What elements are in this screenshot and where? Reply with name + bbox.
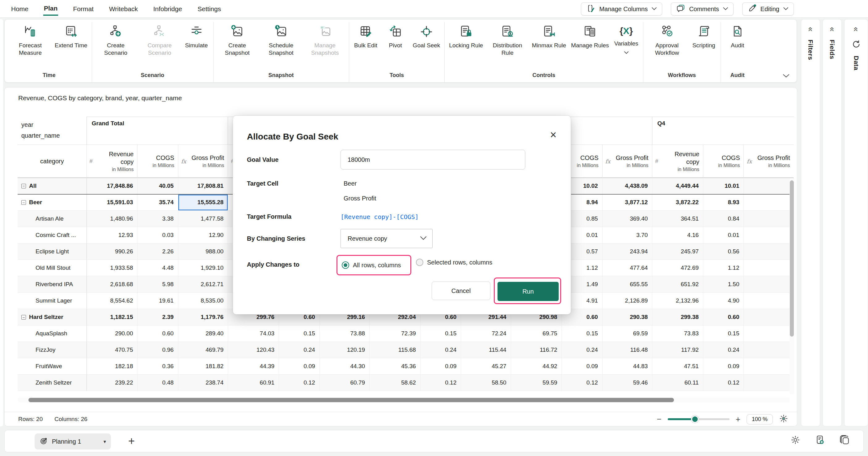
run-button[interactable]: Run <box>497 282 559 301</box>
data-cell[interactable]: 1,182.15 <box>87 309 137 325</box>
data-cell[interactable]: 0.56 <box>703 244 744 260</box>
data-cell[interactable] <box>744 309 794 325</box>
ribbon-button-extend-time[interactable]: Extend Time <box>52 22 90 49</box>
data-cell[interactable]: 0.60 <box>137 325 178 342</box>
radio-selected-rows-columns[interactable] <box>416 259 423 266</box>
data-cell[interactable]: 0.09 <box>562 358 602 375</box>
ribbon-collapse-chevron-icon[interactable] <box>782 74 790 79</box>
data-cell[interactable]: 477.64 <box>602 260 652 276</box>
data-cell[interactable]: 44.92 <box>511 358 562 375</box>
data-cell[interactable]: 0.09 <box>420 358 461 375</box>
add-sheet-button[interactable]: + <box>128 434 135 448</box>
measure-header-revenue-copy[interactable]: #Revenue copyin Millions <box>652 145 703 178</box>
row-label-hard-seltzer[interactable]: Hard Seltzer <box>18 309 87 325</box>
ribbon-button-create-snapshot[interactable]: Create Snapshot <box>215 22 259 57</box>
data-cell[interactable] <box>744 342 794 358</box>
data-cell[interactable]: 655.55 <box>602 276 652 293</box>
zoom-slider-thumb[interactable] <box>691 416 699 423</box>
data-cell[interactable]: 3,877.12 <box>602 194 652 211</box>
data-cell[interactable]: 3.70 <box>602 227 652 244</box>
data-cell[interactable]: 44.83 <box>602 358 652 375</box>
row-label-all[interactable]: All <box>18 178 87 194</box>
data-cell[interactable]: 44.30 <box>319 358 369 375</box>
ribbon-button-simulate[interactable]: Simulate <box>182 22 211 49</box>
data-cell[interactable]: 369.40 <box>602 211 652 227</box>
data-cell[interactable]: 0.96 <box>137 342 178 358</box>
data-cell[interactable]: 73.88 <box>319 325 369 342</box>
measure-header-cogs[interactable]: COGSin Millions <box>703 145 744 178</box>
menu-item-format[interactable]: Format <box>72 2 94 15</box>
data-cell[interactable]: 69.59 <box>602 325 652 342</box>
data-cell[interactable]: 1.50 <box>703 276 744 293</box>
sheet-tab-planning-1[interactable]: Planning 1 ▾ <box>35 433 111 450</box>
collapse-chevron-icon[interactable]: « <box>828 27 837 31</box>
data-cell[interactable]: 0.60 <box>703 309 744 325</box>
measure-header-gross-profit[interactable]: fxGross Profitin Millions <box>602 145 652 178</box>
data-cell[interactable]: 290.00 <box>87 325 137 342</box>
data-cell[interactable]: 8,535.00 <box>178 293 228 309</box>
data-cell[interactable]: 1.12 <box>703 260 744 276</box>
data-cell[interactable]: 60.91 <box>228 375 279 391</box>
data-cell[interactable]: 120.43 <box>228 342 279 358</box>
data-cell[interactable]: 19.61 <box>137 293 178 309</box>
data-cell[interactable]: 469.79 <box>178 342 228 358</box>
row-label-artisan-ale[interactable]: Artisan Ale <box>18 211 87 227</box>
ribbon-button-create-scenario[interactable]: Create Scenario <box>94 22 138 57</box>
data-cell[interactable] <box>744 211 794 227</box>
data-cell[interactable]: 115.68 <box>370 342 421 358</box>
horizontal-scrollbar-thumb[interactable] <box>28 398 674 402</box>
data-cell[interactable]: 0.24 <box>562 342 602 358</box>
data-cell[interactable]: 17,808.81 <box>178 178 228 194</box>
data-cell[interactable]: 1,929.10 <box>178 260 228 276</box>
ribbon-button-scripting[interactable]: Scripting <box>689 22 719 49</box>
data-cell[interactable]: 2,126.89 <box>602 293 652 309</box>
collapse-box-icon[interactable] <box>21 200 26 205</box>
data-cell[interactable]: 0.48 <box>137 375 178 391</box>
data-cell[interactable]: 2.26 <box>137 244 178 260</box>
add-page-icon[interactable] <box>814 435 825 447</box>
data-cell[interactable]: 8,554.62 <box>87 293 137 309</box>
measure-header-cogs[interactable]: COGSin Millions <box>137 145 178 178</box>
data-cell[interactable]: 1,179.76 <box>178 309 228 325</box>
data-cell[interactable]: 238.74 <box>178 375 228 391</box>
settings-gear-icon[interactable] <box>790 435 800 446</box>
refresh-icon[interactable] <box>851 39 861 50</box>
data-cell[interactable] <box>744 375 794 391</box>
data-cell[interactable]: 470.75 <box>87 342 137 358</box>
data-cell[interactable]: 0.15 <box>703 325 744 342</box>
cancel-button[interactable]: Cancel <box>432 282 490 300</box>
collapse-box-icon[interactable] <box>21 184 26 189</box>
ribbon-button-audit[interactable]: Audit <box>723 22 752 49</box>
data-cell[interactable]: 120.19 <box>319 342 369 358</box>
row-label-old-mill-stout[interactable]: Old Mill Stout <box>18 260 87 276</box>
row-label-fizzjoy[interactable]: FizzJoy <box>18 342 87 358</box>
data-cell[interactable] <box>744 194 794 211</box>
menu-item-plan[interactable]: Plan <box>43 2 58 16</box>
column-group-header-q4[interactable]: Q4 <box>652 117 794 145</box>
data-cell[interactable]: 1,933.58 <box>87 260 137 276</box>
goal-value-input[interactable] <box>341 150 525 170</box>
data-cell[interactable]: 2,618.68 <box>87 276 137 293</box>
view-control-manage-columns[interactable]: Manage Columns <box>581 2 662 16</box>
data-cell[interactable]: 2,132.96 <box>652 293 703 309</box>
data-cell[interactable]: 988.00 <box>178 244 228 260</box>
data-cell[interactable]: 4.90 <box>703 293 744 309</box>
data-cell[interactable]: 58.62 <box>370 375 421 391</box>
data-cell[interactable]: 0.09 <box>703 358 744 375</box>
menu-item-writeback[interactable]: Writeback <box>108 2 138 15</box>
zoom-settings-gear-icon[interactable] <box>779 414 788 425</box>
category-column-header[interactable]: category <box>18 145 87 178</box>
data-cell[interactable]: 1,477.58 <box>178 211 228 227</box>
data-cell[interactable]: 289.40 <box>178 325 228 342</box>
data-cell[interactable]: 10.01 <box>703 178 744 194</box>
data-cell[interactable]: 116.48 <box>602 342 652 358</box>
zoom-in-button[interactable]: + <box>736 415 740 423</box>
row-label-cosmic-craft-[interactable]: Cosmic Craft ... <box>18 227 87 244</box>
row-label-fruitwave[interactable]: FruitWave <box>18 358 87 375</box>
data-cell[interactable]: 0.12 <box>703 375 744 391</box>
row-label-eclipse-light[interactable]: Eclipse Light <box>18 244 87 260</box>
data-cell[interactable]: 35.74 <box>137 194 178 211</box>
data-cell[interactable]: 3.38 <box>137 211 178 227</box>
data-cell[interactable]: 364.51 <box>652 211 703 227</box>
data-cell[interactable]: 239.22 <box>87 375 137 391</box>
